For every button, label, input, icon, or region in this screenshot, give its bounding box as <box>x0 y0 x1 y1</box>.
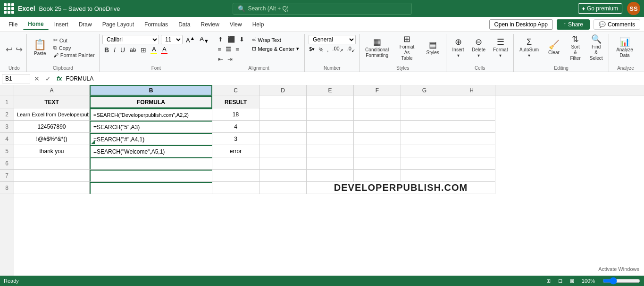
row-num-8[interactable]: 8 <box>0 182 14 194</box>
bold-button[interactable]: B <box>102 45 111 55</box>
cell-d4[interactable] <box>259 133 307 145</box>
cell-g7[interactable] <box>401 170 448 182</box>
cell-e3[interactable] <box>307 121 354 133</box>
cell-d7[interactable] <box>259 170 307 182</box>
cell-d6[interactable] <box>259 157 307 170</box>
col-header-e[interactable]: E <box>307 85 354 96</box>
analyze-data-button[interactable]: 📊 AnalyzeData <box>612 35 637 60</box>
row-num-5[interactable]: 5 <box>0 145 14 157</box>
formula-input[interactable] <box>66 75 642 82</box>
align-left-button[interactable]: ≡ <box>216 45 224 54</box>
redo-button[interactable]: ↪ <box>15 43 24 56</box>
decrease-indent-button[interactable]: ⇤ <box>216 55 225 64</box>
cell-h5[interactable] <box>448 145 495 157</box>
find-select-button[interactable]: 🔍 Find &Select <box>586 35 606 60</box>
border-button[interactable]: ⊞ <box>139 45 148 55</box>
align-middle-button[interactable]: ⬛ <box>226 35 237 44</box>
col-header-g[interactable]: G <box>401 85 448 96</box>
sort-filter-button[interactable]: ⇅ Sort &Filter <box>566 35 585 60</box>
font-color-button[interactable]: A <box>159 45 169 55</box>
font-size-select[interactable]: 11 <box>161 35 183 44</box>
cell-f4[interactable] <box>354 133 401 145</box>
cell-e2[interactable] <box>307 108 354 121</box>
cell-d8[interactable] <box>259 182 307 194</box>
cell-h1[interactable] <box>448 96 495 108</box>
menu-home[interactable]: Home <box>23 19 48 30</box>
cell-h7[interactable] <box>448 170 495 182</box>
menu-help[interactable]: Help <box>248 19 269 30</box>
col-header-c[interactable]: C <box>212 85 259 96</box>
menu-data[interactable]: Data <box>174 19 195 30</box>
align-top-button[interactable]: ⬆ <box>216 35 225 44</box>
cell-g5[interactable] <box>401 145 448 157</box>
wrap-text-button[interactable]: ⏎ Wrap Text <box>249 36 302 44</box>
cell-h3[interactable] <box>448 121 495 133</box>
cell-h4[interactable] <box>448 133 495 145</box>
cell-ref-box[interactable]: B1 <box>2 74 30 83</box>
cell-g2[interactable] <box>401 108 448 121</box>
col-header-a[interactable]: A <box>14 85 90 96</box>
clear-button[interactable]: 🧹 Clear <box>544 35 564 60</box>
cut-button[interactable]: ✂Cut <box>51 37 97 44</box>
align-bottom-button[interactable]: ⬇ <box>237 35 246 44</box>
menu-review[interactable]: Review <box>196 19 224 30</box>
cell-b7[interactable] <box>90 170 212 182</box>
formula-cancel-button[interactable]: ✕ <box>32 74 42 83</box>
cell-b8[interactable] <box>90 182 212 194</box>
col-header-h[interactable]: H <box>448 85 495 96</box>
cell-c7[interactable] <box>212 170 259 182</box>
user-avatar[interactable]: SS <box>627 2 640 15</box>
cell-a8[interactable] <box>14 182 90 194</box>
conditional-formatting-button[interactable]: ▦ ConditionalFormatting <box>362 35 392 60</box>
cell-a7[interactable] <box>14 170 90 182</box>
cell-c8[interactable] <box>212 182 259 194</box>
menu-insert[interactable]: Insert <box>50 19 73 30</box>
row-num-6[interactable]: 6 <box>0 157 14 170</box>
undo-button[interactable]: ↩ <box>5 43 14 56</box>
increase-indent-button[interactable]: ⇥ <box>226 55 234 64</box>
zoom-slider[interactable] <box>602 277 640 285</box>
cell-g4[interactable] <box>401 133 448 145</box>
cell-c4[interactable]: 3 <box>212 133 259 145</box>
row-num-1[interactable]: 1 <box>0 96 14 108</box>
cell-f1[interactable] <box>354 96 401 108</box>
view-normal-button[interactable]: ⊞ <box>546 278 551 284</box>
cell-e4[interactable] <box>307 133 354 145</box>
cell-a6[interactable] <box>14 157 90 170</box>
go-premium-button[interactable]: ♦ Go premium <box>578 3 622 14</box>
decrease-font-button[interactable]: A▼ <box>198 35 210 44</box>
cell-d3[interactable] <box>259 121 307 133</box>
search-bar[interactable]: 🔍 Search (Alt + Q) <box>233 3 412 15</box>
share-button[interactable]: ↑ Share <box>557 19 590 30</box>
cell-c6[interactable] <box>212 157 259 170</box>
menu-file[interactable]: File <box>4 19 22 30</box>
cell-h6[interactable] <box>448 157 495 170</box>
view-pagebreak-button[interactable]: ⊠ <box>570 278 574 284</box>
cell-a5[interactable]: thank you <box>14 145 90 157</box>
cell-b1[interactable]: FORMULA <box>90 96 212 108</box>
increase-font-button[interactable]: A▲ <box>184 35 196 44</box>
styles-button[interactable]: ▤ Styles <box>422 35 443 60</box>
align-center-button[interactable]: ☰ <box>224 45 233 54</box>
select-all-corner[interactable] <box>0 85 14 96</box>
cell-f3[interactable] <box>354 121 401 133</box>
paste-button[interactable]: 📋 Paste <box>30 35 50 60</box>
cell-d1[interactable] <box>259 96 307 108</box>
cell-a3[interactable]: 124567890 <box>14 121 90 133</box>
cell-b5[interactable]: =SEARCH("Welcome",A5,1) <box>90 145 212 157</box>
format-painter-button[interactable]: 🖌Format Painter <box>51 52 97 58</box>
cell-a1[interactable]: TEXT <box>14 96 90 108</box>
cell-c3[interactable]: 4 <box>212 121 259 133</box>
menu-page-layout[interactable]: Page Layout <box>98 19 139 30</box>
cell-d5[interactable] <box>259 145 307 157</box>
col-header-f[interactable]: F <box>354 85 401 96</box>
cell-e6[interactable] <box>307 157 354 170</box>
col-header-b[interactable]: B <box>90 85 212 96</box>
cell-e7[interactable] <box>307 170 354 182</box>
formula-confirm-button[interactable]: ✓ <box>43 74 53 83</box>
insert-button[interactable]: ⊕ Insert▾ <box>449 35 467 60</box>
comma-button[interactable]: , <box>326 45 330 53</box>
cell-h2[interactable] <box>448 108 495 121</box>
col-header-d[interactable]: D <box>259 85 307 96</box>
copy-button[interactable]: ⧉Copy <box>51 44 97 51</box>
